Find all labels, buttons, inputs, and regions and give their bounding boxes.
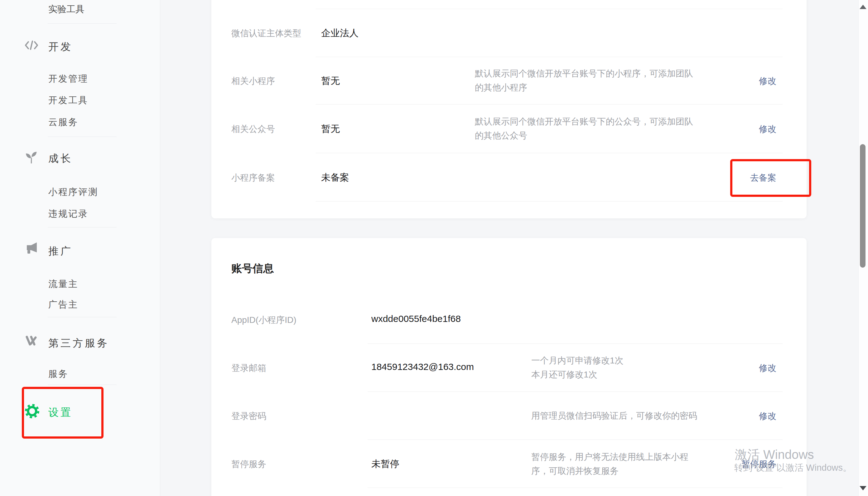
- sidebar-divider: [48, 317, 117, 317]
- sidebar-section-settings[interactable]: 设置: [48, 405, 73, 420]
- sidebar-item-violation-records[interactable]: 违规记录: [48, 208, 88, 220]
- wechat-miniprogram-settings-page: { "colors": { "accent_green": "#07c160",…: [0, 0, 868, 496]
- row-divider: [316, 153, 783, 153]
- account-relations-card: 微信认证主体类型 企业法人 相关小程序 暂无 默认展示同个微信开放平台账号下的小…: [211, 0, 807, 218]
- field-value-cert-subject-type: 企业法人: [321, 27, 358, 40]
- third-party-icon: [24, 335, 39, 348]
- field-value-login-email: 18459123432@163.com: [371, 361, 474, 372]
- modify-login-password-link[interactable]: 修改: [759, 410, 776, 422]
- sidebar-item-advertiser[interactable]: 广告主: [48, 298, 78, 311]
- sprout-icon: [24, 150, 38, 165]
- row-divider: [316, 57, 783, 57]
- sidebar-section-growth[interactable]: 成长: [48, 152, 73, 166]
- field-value-related-miniprograms: 暂无: [321, 75, 340, 87]
- suspend-service-link[interactable]: 暂停服务: [741, 458, 776, 470]
- account-info-title: 账号信息: [231, 261, 274, 276]
- sidebar-divider: [48, 24, 117, 24]
- sidebar: 实验工具 开发 开发管理 开发工具 云服务 成长 小程序评测 违规记录 推广 流…: [0, 0, 160, 496]
- sidebar-item-miniprogram-evaluation[interactable]: 小程序评测: [48, 186, 98, 198]
- gear-icon: [25, 404, 39, 420]
- field-label-appid: AppID(小程序ID): [231, 314, 296, 326]
- field-value-suspend-service: 未暂停: [371, 458, 399, 470]
- row-divider: [368, 391, 783, 392]
- sidebar-section-dev[interactable]: 开发: [48, 40, 73, 54]
- field-note-login-email: 一个月内可申请修改1次 本月还可修改1次: [531, 354, 624, 382]
- scroll-down-arrow-icon[interactable]: [859, 486, 866, 491]
- field-value-miniprogram-icp-filing: 未备案: [321, 171, 349, 184]
- scrollbar-thumb[interactable]: [860, 144, 866, 268]
- field-label-miniprogram-icp-filing: 小程序备案: [231, 172, 275, 184]
- field-label-cert-subject-type: 微信认证主体类型: [231, 28, 301, 39]
- modify-related-official-accounts-link[interactable]: 修改: [759, 123, 776, 135]
- field-note-login-password: 用管理员微信扫码验证后，可修改你的密码: [531, 409, 697, 423]
- sidebar-item-cloud-service[interactable]: 云服务: [48, 116, 78, 128]
- row-divider: [368, 343, 783, 344]
- field-label-login-email: 登录邮箱: [231, 362, 266, 374]
- sidebar-item-dev-tools[interactable]: 开发工具: [48, 94, 88, 107]
- row-divider: [368, 487, 783, 488]
- field-note-related-official-accounts: 默认展示同个微信开放平台账号下的公众号，可添加团队 的其他公众号: [475, 114, 693, 142]
- row-divider: [316, 104, 783, 105]
- field-note-suspend-service: 暂停服务，用户将无法使用线上版本小程 序，可取消并恢复服务: [531, 450, 688, 478]
- sidebar-item-service[interactable]: 服务: [48, 368, 68, 380]
- sidebar-divider: [48, 137, 117, 137]
- field-value-related-official-accounts: 暂无: [321, 123, 340, 135]
- sidebar-item-experiment-tools[interactable]: 实验工具: [48, 3, 84, 16]
- modify-related-miniprograms-link[interactable]: 修改: [759, 75, 776, 87]
- row-divider: [316, 201, 783, 202]
- field-value-appid: wxdde0055fe4be1f68: [371, 313, 461, 324]
- modify-login-email-link[interactable]: 修改: [759, 362, 776, 374]
- account-info-card: 账号信息 AppID(小程序ID) wxdde0055fe4be1f68 登录邮…: [211, 238, 807, 496]
- field-label-suspend-service: 暂停服务: [231, 458, 266, 470]
- sidebar-section-promotion[interactable]: 推广: [48, 244, 73, 258]
- row-divider: [368, 439, 783, 440]
- sidebar-item-traffic-owner[interactable]: 流量主: [48, 278, 78, 291]
- sidebar-item-dev-manage[interactable]: 开发管理: [48, 73, 88, 85]
- code-icon: [24, 39, 39, 53]
- megaphone-icon: [24, 242, 39, 256]
- field-label-login-password: 登录密码: [231, 410, 266, 422]
- field-note-related-miniprograms: 默认展示同个微信开放平台账号下的小程序，可添加团队 的其他小程序: [475, 66, 693, 94]
- sidebar-divider: [48, 385, 117, 385]
- field-label-related-miniprograms: 相关小程序: [231, 75, 275, 87]
- row-divider: [316, 9, 783, 9]
- scroll-up-arrow-icon[interactable]: [859, 5, 866, 9]
- sidebar-section-third-party[interactable]: 第三方服务: [48, 336, 109, 350]
- field-label-related-official-accounts: 相关公众号: [231, 123, 275, 135]
- sidebar-divider: [48, 227, 117, 228]
- go-to-icp-filing-link[interactable]: 去备案: [750, 172, 776, 184]
